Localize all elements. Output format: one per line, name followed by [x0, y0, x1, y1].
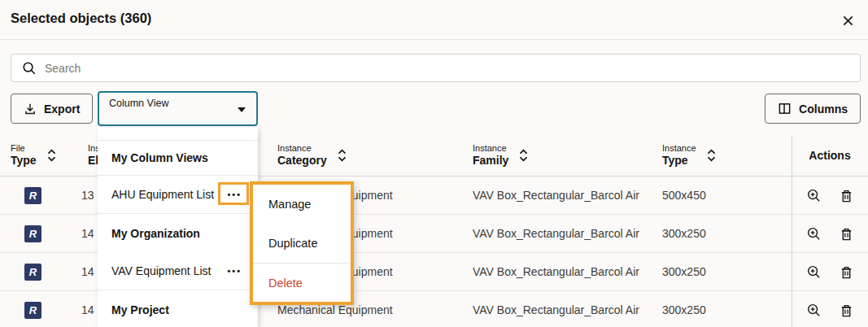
close-button[interactable] — [838, 11, 857, 30]
revit-file-icon: R — [24, 187, 41, 204]
family-cell: VAV Box_Rectangular_Barcol Air — [473, 189, 662, 202]
zoom-row-button[interactable] — [806, 303, 822, 318]
type-cell: 500x450 — [662, 189, 792, 202]
selected-objects-dialog: Selected objects (360) Export Column Vie… — [0, 0, 868, 327]
column-view-dropdown-panel: My Column Views AHU Equipment List ••• M… — [98, 128, 258, 327]
dropdown-empty-option[interactable] — [98, 128, 258, 141]
sort-icon — [706, 148, 717, 163]
dialog-title: Selected objects (360) — [11, 11, 151, 26]
sort-icon — [518, 148, 529, 163]
download-icon — [24, 102, 37, 116]
column-view-context-menu: Manage Duplicate Delete — [250, 181, 354, 305]
column-header-family[interactable]: Instance Family — [473, 143, 662, 168]
type-cell: 300x250 — [662, 227, 792, 240]
type-cell: 300x250 — [662, 265, 792, 278]
type-cell: 300x250 — [662, 303, 792, 316]
sort-button[interactable] — [337, 148, 347, 163]
column-header-type[interactable]: Instance Type — [662, 143, 792, 168]
column-header-actions: Actions — [792, 149, 868, 162]
menu-item-delete[interactable]: Delete — [253, 263, 351, 302]
columns-button[interactable]: Columns — [765, 94, 861, 124]
column-header-category[interactable]: Instance Category — [277, 143, 473, 168]
sort-button[interactable] — [518, 148, 529, 163]
family-cell: VAV Box_Rectangular_Barcol Air — [473, 227, 662, 240]
trash-icon — [839, 303, 854, 318]
delete-row-button[interactable] — [839, 303, 854, 318]
delete-row-button[interactable] — [839, 188, 854, 203]
column-view-label: Column View — [109, 98, 168, 109]
revit-file-icon: R — [24, 264, 41, 281]
category-cell: Mechanical Equipment — [277, 303, 473, 316]
delete-row-button[interactable] — [839, 226, 854, 242]
dropdown-option-ahu-equipment-list[interactable]: AHU Equipment List ••• — [98, 176, 258, 214]
family-cell: VAV Box_Rectangular_Barcol Air — [473, 303, 662, 316]
zoom-in-icon — [806, 188, 822, 203]
ellipsis-menu-button[interactable]: ••• — [226, 265, 242, 277]
zoom-in-icon — [806, 303, 822, 318]
column-view-select[interactable]: Column View — [98, 91, 258, 126]
zoom-in-icon — [806, 226, 822, 242]
export-button[interactable]: Export — [11, 94, 93, 124]
revit-file-icon: R — [24, 302, 41, 319]
menu-item-duplicate[interactable]: Duplicate — [253, 224, 351, 263]
columns-label: Columns — [799, 102, 848, 116]
search-icon — [21, 60, 37, 76]
menu-item-manage[interactable]: Manage — [253, 185, 351, 224]
delete-row-button[interactable] — [839, 264, 854, 280]
search-box — [11, 54, 861, 82]
column-header-file-type[interactable]: File Type — [11, 143, 81, 168]
dropdown-group-my-column-views: My Column Views — [98, 141, 258, 176]
header-divider — [0, 39, 868, 40]
revit-file-icon: R — [24, 225, 41, 242]
actions-column-divider — [792, 136, 792, 327]
zoom-row-button[interactable] — [806, 226, 822, 242]
trash-icon — [839, 264, 854, 280]
sort-icon — [337, 148, 347, 163]
dropdown-group-my-organization: My Organization — [98, 214, 258, 252]
search-input[interactable] — [45, 62, 850, 75]
trash-icon — [839, 226, 854, 242]
export-label: Export — [44, 102, 80, 116]
trash-icon — [839, 188, 854, 203]
dropdown-group-my-project: My Project — [98, 290, 258, 327]
sort-icon — [46, 148, 57, 163]
sort-button[interactable] — [706, 148, 717, 163]
columns-icon — [778, 102, 792, 116]
zoom-in-icon — [806, 264, 822, 280]
sort-button[interactable] — [46, 148, 57, 163]
chevron-down-icon — [238, 107, 246, 112]
close-icon — [842, 15, 854, 27]
zoom-row-button[interactable] — [806, 188, 822, 203]
dropdown-option-vav-equipment-list[interactable]: VAV Equipment List ••• — [98, 252, 258, 290]
zoom-row-button[interactable] — [806, 264, 822, 280]
ellipsis-menu-button[interactable]: ••• — [226, 189, 242, 201]
family-cell: VAV Box_Rectangular_Barcol Air — [473, 265, 662, 278]
